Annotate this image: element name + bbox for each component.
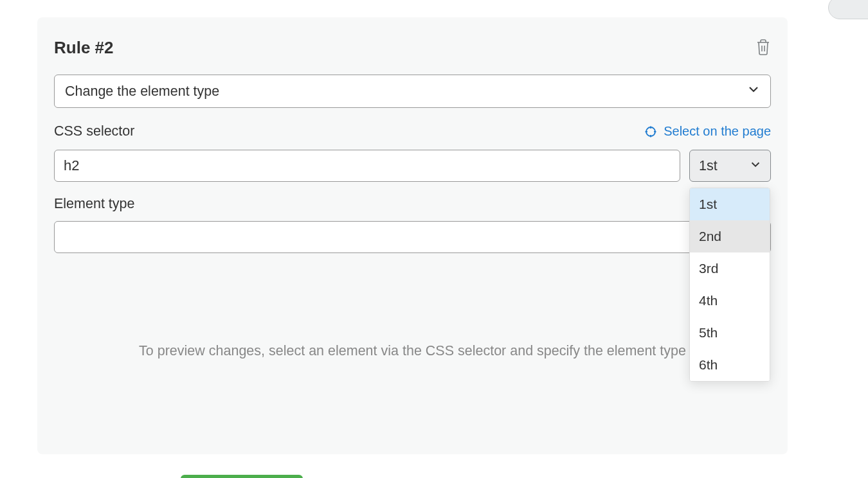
target-icon xyxy=(644,125,657,138)
ordinal-option[interactable]: 6th xyxy=(690,349,770,381)
ordinal-select[interactable]: 1st xyxy=(689,150,771,182)
action-select[interactable]: Change the element type xyxy=(54,75,771,108)
chevron-down-icon xyxy=(750,158,761,174)
top-right-pill xyxy=(828,0,868,19)
ordinal-wrapper: 1st 1st2nd3rd4th5th6th xyxy=(689,150,771,182)
css-selector-label: CSS selector xyxy=(54,123,134,139)
trash-icon xyxy=(755,39,771,57)
ordinal-option[interactable]: 5th xyxy=(690,317,770,349)
ordinal-dropdown: 1st2nd3rd4th5th6th xyxy=(689,188,770,382)
delete-rule-button[interactable] xyxy=(755,39,771,57)
ordinal-option[interactable]: 3rd xyxy=(690,252,770,285)
rule-card: Rule #2 Change the element type xyxy=(37,17,788,454)
action-select-row: Change the element type xyxy=(54,75,771,108)
primary-action-button[interactable] xyxy=(181,475,303,478)
element-type-input[interactable] xyxy=(54,221,771,253)
card-header: Rule #2 xyxy=(54,38,771,58)
svg-point-0 xyxy=(646,127,655,136)
ordinal-option[interactable]: 1st xyxy=(690,188,770,220)
css-selector-input[interactable] xyxy=(54,150,680,182)
ordinal-select-value: 1st xyxy=(699,158,718,174)
select-on-page-link[interactable]: Select on the page xyxy=(644,124,771,139)
preview-hint: To preview changes, select an element vi… xyxy=(54,343,771,359)
ordinal-option[interactable]: 2nd xyxy=(690,220,770,252)
select-on-page-label: Select on the page xyxy=(664,124,771,139)
chevron-down-icon xyxy=(747,83,760,100)
ordinal-option[interactable]: 4th xyxy=(690,285,770,317)
rule-title: Rule #2 xyxy=(54,38,114,58)
action-select-label: Change the element type xyxy=(65,84,219,100)
element-type-label: Element type xyxy=(54,196,771,212)
css-label-row: CSS selector Select on the page xyxy=(54,123,771,139)
selector-row: 1st 1st2nd3rd4th5th6th xyxy=(54,150,771,182)
